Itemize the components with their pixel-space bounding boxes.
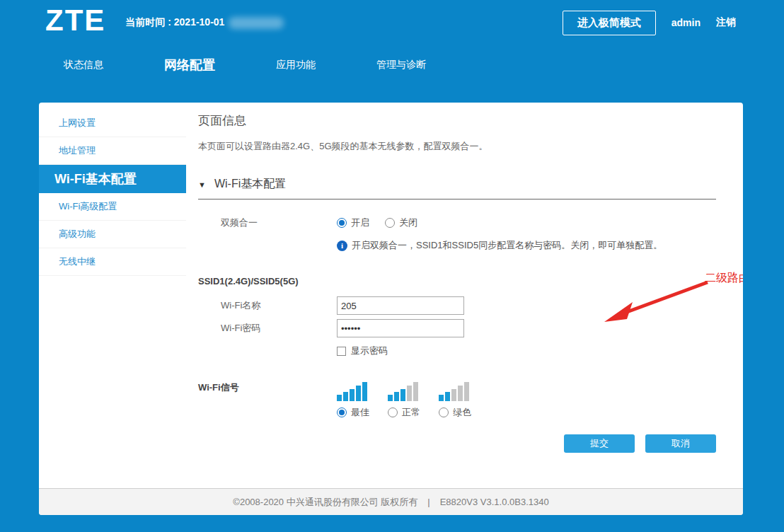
copyright-text: ©2008-2020 中兴通讯股份有限公司 版权所有 — [233, 496, 417, 509]
sidebar-item-wifi-advanced-config[interactable]: Wi-Fi高级配置 — [39, 193, 186, 221]
wifi-basic-section-header[interactable]: ▼ Wi-Fi基本配置 — [198, 177, 716, 200]
signal-green-label: 绿色 — [453, 406, 471, 419]
radio-off-icon[interactable] — [385, 218, 395, 228]
header-right: 进入极简模式 admin 注销 — [563, 11, 736, 35]
signal-option-normal[interactable]: 正常 — [388, 381, 420, 419]
wifi-basic-form: 双频合一 开启 关闭 i 开启双频合一， — [198, 200, 716, 453]
card-footer: ©2008-2020 中兴通讯股份有限公司 版权所有 | E8820V3 V3.… — [39, 488, 743, 515]
page-info-title: 页面信息 — [198, 112, 716, 129]
cancel-button[interactable]: 取消 — [645, 434, 716, 453]
dual-band-off-label: 关闭 — [399, 216, 417, 229]
logout-link[interactable]: 注销 — [716, 16, 736, 29]
content-card: 上网设置 地址管理 Wi-Fi基本配置 Wi-Fi高级配置 高级功能 无线中继 … — [39, 103, 743, 515]
form-buttons: 提交 取消 — [198, 434, 716, 453]
submit-button[interactable]: 提交 — [564, 434, 635, 453]
wifi-password-row: Wi-Fi密码 — [198, 319, 716, 337]
wifi-signal-options: 最佳 正常 — [337, 381, 471, 419]
signal-normal-radio-row[interactable]: 正常 — [388, 406, 420, 419]
show-password-row[interactable]: 显示密码 — [337, 345, 716, 357]
dual-band-on-option[interactable]: 开启 — [337, 216, 369, 229]
time-redacted-blur — [229, 17, 284, 29]
page-info-description: 本页面可以设置路由器2.4G、5G频段的基本无线参数，配置双频合一。 — [198, 140, 716, 153]
dual-band-row: 双频合一 开启 关闭 — [198, 216, 716, 229]
signal-bars-best-icon — [337, 381, 369, 401]
logged-in-username: admin — [671, 17, 701, 28]
card-body: 上网设置 地址管理 Wi-Fi基本配置 Wi-Fi高级配置 高级功能 无线中继 … — [39, 103, 743, 488]
sidebar-item-advanced-features[interactable]: 高级功能 — [39, 221, 186, 248]
tab-status-info[interactable]: 状态信息 — [64, 59, 103, 71]
tab-app-features[interactable]: 应用功能 — [276, 59, 316, 71]
sidebar: 上网设置 地址管理 Wi-Fi基本配置 Wi-Fi高级配置 高级功能 无线中继 — [39, 103, 186, 488]
show-password-label: 显示密码 — [351, 345, 388, 357]
header: ZTE 当前时间 : 2021-10-01 进入极简模式 admin 注销 — [0, 0, 784, 45]
dual-band-note-text: 开启双频合一，SSID1和SSID5同步配置名称与密码。关闭，即可单独配置。 — [352, 239, 662, 252]
firmware-version: E8820V3 V3.1.0.0B3.1340 — [440, 497, 549, 507]
router-admin-page: { "header": { "logo": "ZTE", "time_label… — [0, 0, 784, 532]
wifi-password-label: Wi-Fi密码 — [198, 322, 337, 335]
wifi-name-input[interactable] — [337, 296, 464, 315]
show-password-checkbox[interactable] — [337, 347, 346, 356]
signal-best-radio-icon[interactable] — [337, 407, 347, 417]
dual-band-on-label: 开启 — [351, 216, 369, 229]
wifi-signal-row: Wi-Fi信号 最佳 — [198, 381, 716, 419]
sidebar-item-internet-settings[interactable]: 上网设置 — [39, 110, 186, 137]
current-time-label: 当前时间 : 2021-10-01 — [125, 16, 224, 29]
enter-simple-mode-button[interactable]: 进入极简模式 — [563, 11, 656, 35]
signal-normal-radio-icon[interactable] — [388, 407, 398, 417]
signal-option-green[interactable]: 绿色 — [439, 381, 471, 419]
dual-band-note: i 开启双频合一，SSID1和SSID5同步配置名称与密码。关闭，即可单独配置。 — [337, 239, 716, 252]
section-title: Wi-Fi基本配置 — [214, 177, 286, 192]
signal-option-best[interactable]: 最佳 — [337, 381, 369, 419]
signal-green-radio-row[interactable]: 绿色 — [439, 406, 471, 419]
ssid-group-label: SSID1(2.4G)/SSID5(5G) — [198, 276, 716, 287]
main-panel: 页面信息 本页面可以设置路由器2.4G、5G频段的基本无线参数，配置双频合一。 … — [186, 103, 743, 488]
tab-management-diagnostics[interactable]: 管理与诊断 — [376, 59, 426, 71]
radio-on-icon[interactable] — [337, 218, 347, 228]
signal-green-radio-icon[interactable] — [439, 407, 449, 417]
signal-bars-green-icon — [439, 381, 471, 401]
zte-logo: ZTE — [45, 6, 105, 40]
collapse-triangle-icon: ▼ — [198, 180, 206, 189]
sidebar-item-wireless-relay[interactable]: 无线中继 — [39, 248, 186, 276]
dual-band-radio-group: 开启 关闭 — [337, 216, 417, 229]
current-time: 当前时间 : 2021-10-01 — [125, 16, 284, 29]
info-icon: i — [337, 241, 347, 251]
signal-best-label: 最佳 — [351, 406, 369, 419]
signal-bars-normal-icon — [388, 381, 420, 401]
sidebar-item-wifi-basic-config[interactable]: Wi-Fi基本配置 — [39, 165, 186, 193]
wifi-name-row: Wi-Fi名称 — [198, 296, 716, 315]
annotation-text: 二级路由的WiFi设置 — [705, 271, 743, 286]
wifi-name-label: Wi-Fi名称 — [198, 299, 337, 312]
signal-normal-label: 正常 — [402, 406, 420, 419]
dual-band-label: 双频合一 — [198, 216, 337, 229]
dual-band-off-option[interactable]: 关闭 — [385, 216, 417, 229]
wifi-signal-label: Wi-Fi信号 — [198, 381, 337, 394]
footer-separator: | — [427, 497, 430, 507]
main-nav: 状态信息 网络配置 应用功能 管理与诊断 — [0, 45, 784, 85]
sidebar-item-address-management[interactable]: 地址管理 — [39, 137, 186, 165]
wifi-password-input[interactable] — [337, 319, 464, 337]
signal-best-radio-row[interactable]: 最佳 — [337, 406, 369, 419]
tab-network-config[interactable]: 网络配置 — [164, 57, 215, 74]
